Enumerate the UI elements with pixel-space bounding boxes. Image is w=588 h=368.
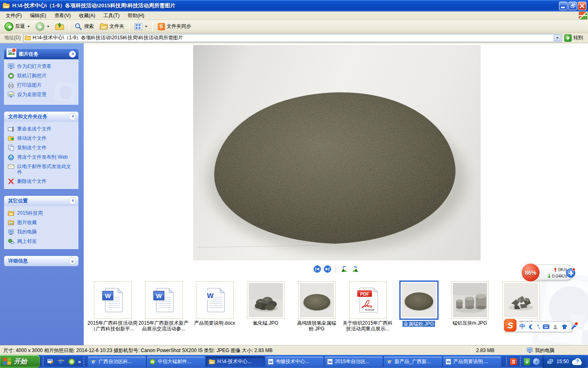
views-dropdown-icon[interactable]: [145, 26, 147, 27]
file-tasks-header[interactable]: 文件和文件夹任务 »: [4, 112, 78, 122]
file-thumbnail[interactable]: 电解金属锰片...: [495, 281, 546, 326]
cloud-sync-icon[interactable]: ?: [572, 357, 582, 366]
clock-zone: 15:50 ?: [543, 355, 586, 368]
collapse-icon[interactable]: »: [69, 113, 76, 120]
ime-keyboard-icon[interactable]: [543, 324, 550, 329]
file-thumbnail[interactable]: 高纯级脱氢金属锰粉.JPG: [291, 281, 342, 332]
file-thumbnail-selected[interactable]: 金属锰粉.JPG: [393, 281, 444, 327]
preview-image: [193, 45, 481, 260]
rotate-clockwise-button[interactable]: [351, 266, 359, 273]
clock[interactable]: 15:50: [557, 359, 569, 364]
browser-icon[interactable]: [67, 357, 76, 366]
place-my-computer[interactable]: 我的电脑: [8, 229, 76, 235]
task-copy-file[interactable]: 复制这个文件: [8, 145, 76, 151]
network-tray-icon[interactable]: [547, 359, 554, 364]
other-places-header[interactable]: 其它位置 »: [4, 196, 78, 206]
next-image-button[interactable]: [324, 265, 331, 273]
restore-button[interactable]: [568, 2, 577, 10]
ime-user-icon[interactable]: [553, 324, 558, 330]
ime-settings-wrench-icon[interactable]: [571, 324, 577, 330]
rotate-counterclockwise-button[interactable]: [341, 266, 348, 273]
go-button[interactable]: 转到: [564, 34, 583, 42]
collapse-icon[interactable]: »: [69, 51, 76, 58]
task-move-file[interactable]: 移动这个文件: [8, 135, 76, 141]
add-task-button[interactable]: [566, 268, 575, 278]
details-header[interactable]: 详细信息 »: [4, 256, 78, 266]
thumbnail-label: 2015年广西科技活动周（广西科技创新平...: [87, 320, 138, 332]
expand-icon[interactable]: »: [69, 258, 76, 265]
explorer-window: H:\4-技术中心\（1-9）各项科技活动\2015科技周\科技活动周所需图片 …: [0, 0, 588, 368]
ime-fullhalf-icon[interactable]: [528, 324, 534, 330]
taskbar-task[interactable]: W 2015年自治区...: [325, 357, 383, 367]
ime-punctuation-toggle[interactable]: °,: [537, 324, 539, 330]
quick-launch-overflow[interactable]: »: [78, 359, 81, 365]
status-bar: 尺寸: 4000 x 3000 相片拍照日期: 2014-12-6 10:23 …: [0, 346, 588, 355]
show-desktop-icon[interactable]: [46, 357, 54, 366]
folder-icon: [8, 210, 14, 216]
taskbar-task-active[interactable]: H:\4-技术中心...: [206, 357, 264, 367]
task-order-prints[interactable]: 联机订购照片: [8, 73, 76, 79]
address-input[interactable]: H:\4-技术中心\（1-9）各项科技活动\2015科技周\科技活动周所需图片: [23, 34, 562, 42]
sogou-tray-icon[interactable]: S: [510, 358, 517, 365]
menu-file[interactable]: 文件(F): [2, 11, 26, 20]
place-parent-folder[interactable]: 2015科技周: [8, 210, 76, 216]
file-thumbnail[interactable]: 氮化锰.JPG: [240, 281, 291, 326]
menu-tools[interactable]: 工具(T): [99, 11, 123, 20]
windows-flag-icon: [3, 357, 11, 365]
forward-button[interactable]: [33, 21, 51, 32]
progress-badge[interactable]: 86%: [521, 263, 540, 282]
folders-icon: [100, 23, 108, 30]
menu-view[interactable]: 查看(V): [50, 11, 75, 20]
svg-text:e: e: [59, 358, 63, 365]
back-dropdown-icon[interactable]: [27, 26, 30, 27]
menu-help[interactable]: 帮助(H): [124, 11, 149, 20]
views-icon: [134, 23, 143, 30]
file-thumbnail[interactable]: W 产品简要说明.docx: [189, 281, 240, 326]
toolbar-handle[interactable]: [506, 357, 507, 366]
download-speed-widget[interactable]: 86% 0K/s 0.04K/s: [522, 265, 574, 280]
internet-explorer-icon[interactable]: e: [57, 357, 65, 366]
collapse-icon[interactable]: »: [69, 197, 76, 204]
task-view-slideshow[interactable]: 作为幻灯片查看: [8, 63, 76, 70]
menu-edit[interactable]: 编辑(E): [26, 11, 50, 20]
taskbar-task[interactable]: 中信大锰邮件...: [147, 357, 205, 367]
file-thumbnail[interactable]: W 2015年广西科技活动周（广西科技创新平...: [87, 281, 138, 332]
file-thumbnail[interactable]: 锰铝压块m.JPG: [444, 281, 495, 326]
close-button[interactable]: [578, 2, 586, 10]
file-thumbnail[interactable]: W 2015年广西新技术新产品展示交流活动参...: [138, 281, 189, 332]
taskbar-task[interactable]: e 广西自治区科...: [88, 357, 146, 367]
thumbnail-label: 产品简要说明.docx: [189, 320, 240, 326]
toolbar-handle[interactable]: [42, 357, 44, 366]
folders-button[interactable]: 文件夹: [98, 22, 126, 31]
ime-skin-icon[interactable]: [561, 324, 568, 330]
minimize-button[interactable]: [559, 2, 568, 10]
toolbar-handle[interactable]: [83, 357, 85, 366]
task-delete-file[interactable]: 删除这个文件: [8, 178, 76, 184]
ime-language-toggle[interactable]: 中: [519, 323, 525, 330]
toolbar-handle[interactable]: [520, 357, 521, 366]
sogou-logo-icon[interactable]: S: [504, 319, 517, 332]
task-rename-file[interactable]: 重命名这个文件: [8, 126, 76, 132]
place-my-pictures[interactable]: 图片收藏: [8, 220, 76, 226]
content-area: W 2015年广西科技活动周（广西科技创新平... W 2015: [84, 43, 588, 346]
start-button[interactable]: 开始: [0, 355, 40, 368]
search-button[interactable]: 搜索: [72, 22, 96, 31]
up-button[interactable]: [53, 22, 66, 31]
task-email-file[interactable]: 以电子邮件形式发送此文件: [8, 164, 76, 175]
taskbar-task[interactable]: W 韦慷技术中心...: [265, 357, 323, 367]
forward-dropdown-icon[interactable]: [47, 26, 49, 27]
menu-favorites[interactable]: 收藏(A): [75, 11, 99, 20]
picture-tasks-header[interactable]: 图片任务 »: [4, 49, 78, 59]
usb-device-icon[interactable]: [524, 358, 530, 365]
taskbar-task[interactable]: W 产品简要说明....: [443, 357, 501, 367]
hide-icons-chevron[interactable]: ‹: [533, 358, 540, 365]
address-dropdown-icon[interactable]: [554, 35, 561, 41]
previous-image-button[interactable]: [314, 265, 321, 273]
folder-sync-button[interactable]: S 文件夹同步: [156, 22, 193, 31]
taskbar-task[interactable]: e 新产品_广西新...: [384, 357, 442, 367]
task-publish-web[interactable]: 将这个文件发布到 Web: [8, 154, 76, 160]
back-button[interactable]: 后退: [2, 21, 32, 32]
views-button[interactable]: [132, 22, 149, 31]
place-network[interactable]: 网上邻居: [8, 238, 76, 245]
file-thumbnail[interactable]: PDF Adobe 关于组织2015年广西科技活动周重点展示...: [342, 281, 393, 332]
